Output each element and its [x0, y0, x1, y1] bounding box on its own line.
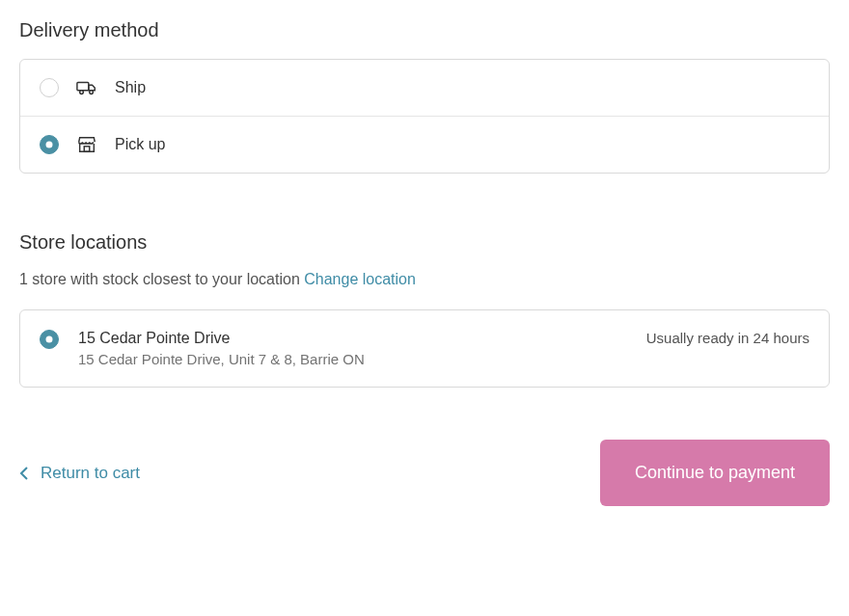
store-ready-text: Usually ready in 24 hours	[646, 330, 809, 346]
store-locations-heading: Store locations	[19, 231, 830, 254]
delivery-options-box: Ship Pick up	[19, 59, 830, 174]
radio-ship[interactable]	[40, 78, 59, 97]
chevron-left-icon	[19, 466, 29, 481]
svg-rect-3	[84, 147, 90, 152]
return-to-cart-link[interactable]: Return to cart	[19, 464, 140, 483]
svg-point-1	[80, 91, 84, 94]
radio-store[interactable]	[40, 330, 59, 349]
change-location-link[interactable]: Change location	[304, 271, 416, 287]
store-icon	[76, 134, 97, 155]
truck-icon	[76, 77, 97, 98]
ship-label: Ship	[115, 79, 146, 96]
store-info: 15 Cedar Pointe Drive 15 Cedar Pointe Dr…	[78, 330, 627, 367]
svg-point-2	[90, 91, 94, 94]
delivery-method-heading: Delivery method	[19, 19, 830, 41]
return-label: Return to cart	[41, 464, 140, 483]
footer-row: Return to cart Continue to payment	[19, 440, 830, 506]
store-address: 15 Cedar Pointe Drive, Unit 7 & 8, Barri…	[78, 351, 627, 367]
store-name: 15 Cedar Pointe Drive	[78, 330, 627, 347]
svg-rect-0	[77, 83, 89, 91]
delivery-option-pickup[interactable]: Pick up	[20, 116, 829, 173]
continue-to-payment-button[interactable]: Continue to payment	[600, 440, 830, 506]
store-count-text: 1 store with stock closest to your locat…	[19, 271, 300, 287]
radio-pickup[interactable]	[40, 135, 59, 154]
pickup-label: Pick up	[115, 136, 165, 153]
store-locations-section: Store locations 1 store with stock close…	[19, 231, 830, 388]
delivery-option-ship[interactable]: Ship	[20, 60, 829, 116]
store-option[interactable]: 15 Cedar Pointe Drive 15 Cedar Pointe Dr…	[19, 309, 830, 388]
store-subtext: 1 store with stock closest to your locat…	[19, 271, 830, 288]
